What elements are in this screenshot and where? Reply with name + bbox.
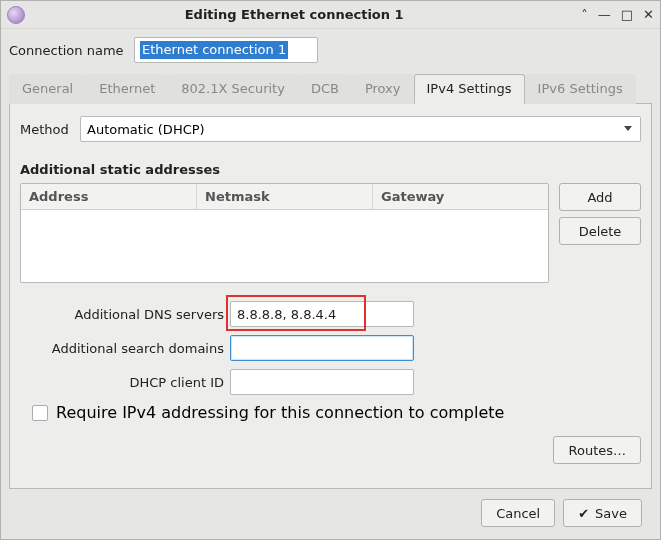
search-domains-label: Additional search domains xyxy=(20,341,230,356)
tab-8021x-security[interactable]: 802.1X Security xyxy=(168,74,298,104)
save-button[interactable]: ✔ Save xyxy=(563,499,642,527)
method-select[interactable]: Automatic (DHCP) xyxy=(80,116,641,142)
tab-ipv4-settings[interactable]: IPv4 Settings xyxy=(414,74,525,104)
table-header: Address Netmask Gateway xyxy=(21,184,548,210)
window-maximize-icon[interactable]: □ xyxy=(621,7,633,22)
connection-name-selection: Ethernet connection 1 xyxy=(140,41,288,59)
method-row: Method Automatic (DHCP) xyxy=(20,116,641,142)
window-controls: ˄ — □ ✕ xyxy=(581,7,654,22)
tab-ipv6-settings[interactable]: IPv6 Settings xyxy=(525,74,636,104)
static-addresses-area: Address Netmask Gateway Add Delete xyxy=(20,183,641,283)
dns-servers-label: Additional DNS servers xyxy=(20,307,230,322)
method-label: Method xyxy=(20,122,80,137)
routes-button[interactable]: Routes… xyxy=(553,436,641,464)
check-icon: ✔ xyxy=(578,506,589,521)
chevron-down-icon xyxy=(624,126,632,131)
dhcp-client-id-row: DHCP client ID xyxy=(20,369,641,395)
require-ipv4-row: Require IPv4 addressing for this connect… xyxy=(32,403,641,422)
add-button[interactable]: Add xyxy=(559,183,641,211)
tabs: General Ethernet 802.1X Security DCB Pro… xyxy=(9,73,652,104)
tab-general[interactable]: General xyxy=(9,74,86,104)
save-button-label: Save xyxy=(595,506,627,521)
window-close-icon[interactable]: ✕ xyxy=(643,7,654,22)
window-title: Editing Ethernet connection 1 xyxy=(7,7,581,22)
content-area: Connection name Ethernet connection 1 Ge… xyxy=(1,29,660,539)
connection-name-label: Connection name xyxy=(9,43,134,58)
network-connection-editor-window: Editing Ethernet connection 1 ˄ — □ ✕ Co… xyxy=(0,0,661,540)
tab-ethernet[interactable]: Ethernet xyxy=(86,74,168,104)
dns-servers-row: Additional DNS servers xyxy=(20,301,641,327)
col-netmask: Netmask xyxy=(197,184,373,209)
window-minimize-icon[interactable]: — xyxy=(598,7,611,22)
connection-name-row: Connection name Ethernet connection 1 xyxy=(9,37,652,63)
dns-servers-input[interactable] xyxy=(230,301,414,327)
delete-button[interactable]: Delete xyxy=(559,217,641,245)
extra-fields: Additional DNS servers Additional search… xyxy=(20,301,641,464)
col-gateway: Gateway xyxy=(373,184,548,209)
cancel-button[interactable]: Cancel xyxy=(481,499,555,527)
tab-dcb[interactable]: DCB xyxy=(298,74,352,104)
window-rollup-icon[interactable]: ˄ xyxy=(581,7,588,22)
routes-row: Routes… xyxy=(20,436,641,464)
static-addresses-buttons: Add Delete xyxy=(559,183,641,283)
titlebar: Editing Ethernet connection 1 ˄ — □ ✕ xyxy=(1,1,660,29)
method-value: Automatic (DHCP) xyxy=(87,122,205,137)
connection-name-input-wrap: Ethernet connection 1 xyxy=(134,37,652,63)
dialog-footer: Cancel ✔ Save xyxy=(9,489,652,539)
search-domains-input[interactable] xyxy=(230,335,414,361)
col-address: Address xyxy=(21,184,197,209)
require-ipv4-label: Require IPv4 addressing for this connect… xyxy=(56,403,504,422)
require-ipv4-checkbox[interactable] xyxy=(32,405,48,421)
table-body xyxy=(21,210,548,282)
search-domains-row: Additional search domains xyxy=(20,335,641,361)
tab-proxy[interactable]: Proxy xyxy=(352,74,414,104)
static-addresses-title: Additional static addresses xyxy=(20,162,641,177)
dhcp-client-id-label: DHCP client ID xyxy=(20,375,230,390)
ipv4-settings-panel: Method Automatic (DHCP) Additional stati… xyxy=(9,104,652,489)
dhcp-client-id-input[interactable] xyxy=(230,369,414,395)
static-addresses-table[interactable]: Address Netmask Gateway xyxy=(20,183,549,283)
